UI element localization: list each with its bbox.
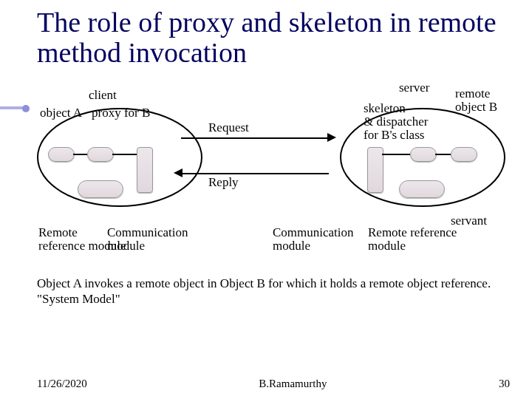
slide-footer: 11/26/2020 B.Ramamurthy 30 — [37, 378, 510, 390]
client-comm-module-shape — [137, 147, 153, 193]
skeleton-label: skeleton & dispatcher for B's class — [364, 102, 428, 142]
footer-author: B.Ramamurthy — [259, 378, 327, 390]
object-a-label: object A — [40, 106, 82, 120]
footer-page: 30 — [499, 378, 510, 390]
slide: The role of proxy and skeleton in remote… — [0, 0, 532, 399]
proxy-label: proxy for B — [92, 106, 150, 120]
remote-object-b-label: remote object B — [455, 87, 497, 114]
client-rrm-shape — [78, 180, 123, 198]
reply-arrowhead-icon — [174, 168, 183, 177]
skeleton-shape — [410, 147, 437, 162]
remote-object-b-shape — [451, 147, 477, 162]
request-line — [181, 137, 329, 139]
reply-line — [181, 173, 329, 174]
decoration-line — [0, 106, 24, 109]
link-cm-skeleton — [382, 154, 410, 155]
server-rrm-label: Remote reference module — [368, 226, 457, 253]
server-comm-module-shape — [367, 147, 383, 193]
object-a-shape — [48, 147, 75, 162]
slide-title: The role of proxy and skeleton in remote… — [37, 7, 510, 68]
server-cm-label: Communication module — [273, 226, 354, 253]
server-rrm-shape — [399, 180, 445, 198]
servant-label: servant — [451, 214, 487, 228]
client-label: client — [89, 89, 117, 102]
request-label: Request — [208, 121, 249, 134]
request-arrowhead-icon — [327, 133, 336, 142]
reply-label: Reply — [208, 176, 239, 189]
decoration-bullet — [22, 105, 30, 112]
client-cm-label: Communication module — [107, 226, 188, 253]
link-objA-proxy — [73, 154, 87, 155]
proxy-for-b-shape — [87, 147, 114, 162]
slide-caption: Object A invokes a remote object in Obje… — [37, 276, 510, 307]
rmi-diagram: client server object A proxy for B skele… — [37, 77, 510, 265]
link-proxy-cm — [112, 154, 137, 155]
server-label: server — [399, 81, 430, 95]
link-skeleton-objB — [435, 154, 451, 155]
footer-date: 11/26/2020 — [37, 378, 87, 390]
